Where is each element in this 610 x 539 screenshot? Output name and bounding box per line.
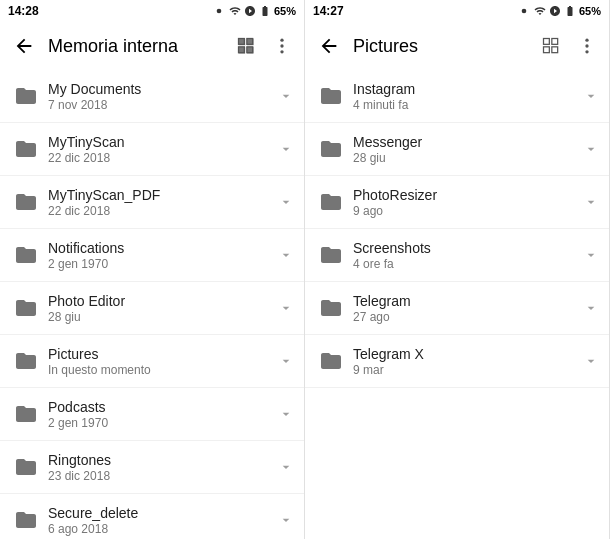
right-more-options-button[interactable] bbox=[569, 28, 605, 64]
folder-icon bbox=[313, 184, 349, 220]
file-date: 28 giu bbox=[48, 310, 268, 324]
svg-point-6 bbox=[280, 44, 283, 47]
svg-point-8 bbox=[522, 9, 527, 14]
chevron-down-icon[interactable] bbox=[272, 78, 300, 114]
folder-icon bbox=[8, 184, 44, 220]
right-top-bar: Pictures bbox=[305, 22, 609, 70]
chevron-down-icon[interactable] bbox=[577, 131, 605, 167]
left-file-list: My Documents 7 nov 2018 MyTinyScan 22 di… bbox=[0, 70, 304, 539]
right-file-list: Instagram 4 minuti fa Messenger 28 giu P… bbox=[305, 70, 609, 539]
folder-icon bbox=[8, 502, 44, 538]
folder-icon bbox=[8, 131, 44, 167]
chevron-down-icon[interactable] bbox=[272, 449, 300, 485]
list-item[interactable]: Instagram 4 minuti fa bbox=[305, 70, 609, 123]
right-battery: 65% bbox=[579, 5, 601, 17]
folder-icon bbox=[313, 78, 349, 114]
file-name: Notifications bbox=[48, 240, 268, 256]
chevron-down-icon[interactable] bbox=[577, 78, 605, 114]
file-name: MyTinyScan_PDF bbox=[48, 187, 268, 203]
left-top-bar: Memoria interna bbox=[0, 22, 304, 70]
right-grid-view-button[interactable] bbox=[533, 28, 569, 64]
file-name: Instagram bbox=[353, 81, 573, 97]
list-item[interactable]: Screenshots 4 ore fa bbox=[305, 229, 609, 282]
folder-icon bbox=[8, 78, 44, 114]
svg-point-7 bbox=[280, 50, 283, 53]
file-date: 9 mar bbox=[353, 363, 573, 377]
left-grid-view-button[interactable] bbox=[228, 28, 264, 64]
file-date: 4 ore fa bbox=[353, 257, 573, 271]
svg-point-15 bbox=[585, 50, 588, 53]
list-item[interactable]: Messenger 28 giu bbox=[305, 123, 609, 176]
folder-icon bbox=[313, 131, 349, 167]
list-item[interactable]: MyTinyScan 22 dic 2018 bbox=[0, 123, 304, 176]
file-date: 23 dic 2018 bbox=[48, 469, 268, 483]
chevron-down-icon[interactable] bbox=[272, 290, 300, 326]
svg-point-5 bbox=[280, 39, 283, 42]
right-status-icons: 65% bbox=[517, 4, 601, 18]
chevron-down-icon[interactable] bbox=[577, 290, 605, 326]
file-name: MyTinyScan bbox=[48, 134, 268, 150]
list-item[interactable]: Photo Editor 28 giu bbox=[0, 282, 304, 335]
list-item[interactable]: My Documents 7 nov 2018 bbox=[0, 70, 304, 123]
file-name: PhotoResizer bbox=[353, 187, 573, 203]
svg-point-14 bbox=[585, 44, 588, 47]
chevron-down-icon[interactable] bbox=[272, 396, 300, 432]
file-name: Secure_delete bbox=[48, 505, 268, 521]
list-item[interactable]: Telegram X 9 mar bbox=[305, 335, 609, 388]
file-date: 27 ago bbox=[353, 310, 573, 324]
right-panel: 14:27 65% Pictures Instagram 4 minuti fa bbox=[305, 0, 610, 539]
file-name: Messenger bbox=[353, 134, 573, 150]
list-item[interactable]: Secure_delete 6 ago 2018 bbox=[0, 494, 304, 539]
left-more-options-button[interactable] bbox=[264, 28, 300, 64]
right-back-button[interactable] bbox=[309, 26, 349, 66]
folder-icon bbox=[8, 237, 44, 273]
file-name: Screenshots bbox=[353, 240, 573, 256]
left-battery: 65% bbox=[274, 5, 296, 17]
folder-icon bbox=[313, 237, 349, 273]
svg-point-13 bbox=[585, 39, 588, 42]
file-date: 4 minuti fa bbox=[353, 98, 573, 112]
chevron-down-icon[interactable] bbox=[577, 237, 605, 273]
file-date: 22 dic 2018 bbox=[48, 204, 268, 218]
chevron-down-icon[interactable] bbox=[272, 131, 300, 167]
file-date: 6 ago 2018 bbox=[48, 522, 268, 536]
file-date: 28 giu bbox=[353, 151, 573, 165]
folder-icon bbox=[8, 449, 44, 485]
left-panel: 14:28 65% Memoria interna My Documents 7… bbox=[0, 0, 305, 539]
right-status-bar: 14:27 65% bbox=[305, 0, 609, 22]
file-date: 2 gen 1970 bbox=[48, 257, 268, 271]
file-name: Podcasts bbox=[48, 399, 268, 415]
left-status-bar: 14:28 65% bbox=[0, 0, 304, 22]
svg-rect-11 bbox=[544, 47, 550, 53]
folder-icon bbox=[313, 290, 349, 326]
svg-rect-9 bbox=[544, 39, 550, 45]
folder-icon bbox=[8, 343, 44, 379]
list-item[interactable]: MyTinyScan_PDF 22 dic 2018 bbox=[0, 176, 304, 229]
folder-icon bbox=[313, 343, 349, 379]
list-item[interactable]: Notifications 2 gen 1970 bbox=[0, 229, 304, 282]
chevron-down-icon[interactable] bbox=[577, 343, 605, 379]
list-item[interactable]: Ringtones 23 dic 2018 bbox=[0, 441, 304, 494]
file-name: Ringtones bbox=[48, 452, 268, 468]
file-date: 2 gen 1970 bbox=[48, 416, 268, 430]
list-item[interactable]: Pictures In questo momento bbox=[0, 335, 304, 388]
chevron-down-icon[interactable] bbox=[577, 184, 605, 220]
left-back-button[interactable] bbox=[4, 26, 44, 66]
svg-rect-12 bbox=[552, 47, 558, 53]
left-status-icons: 65% bbox=[212, 4, 296, 18]
file-name: Telegram X bbox=[353, 346, 573, 362]
chevron-down-icon[interactable] bbox=[272, 237, 300, 273]
right-panel-title: Pictures bbox=[349, 36, 533, 57]
list-item[interactable]: Podcasts 2 gen 1970 bbox=[0, 388, 304, 441]
file-name: Telegram bbox=[353, 293, 573, 309]
file-date: 22 dic 2018 bbox=[48, 151, 268, 165]
list-item[interactable]: Telegram 27 ago bbox=[305, 282, 609, 335]
left-time: 14:28 bbox=[8, 4, 39, 18]
svg-rect-10 bbox=[552, 39, 558, 45]
file-name: Pictures bbox=[48, 346, 268, 362]
file-name: Photo Editor bbox=[48, 293, 268, 309]
chevron-down-icon[interactable] bbox=[272, 343, 300, 379]
list-item[interactable]: PhotoResizer 9 ago bbox=[305, 176, 609, 229]
chevron-down-icon[interactable] bbox=[272, 502, 300, 538]
chevron-down-icon[interactable] bbox=[272, 184, 300, 220]
